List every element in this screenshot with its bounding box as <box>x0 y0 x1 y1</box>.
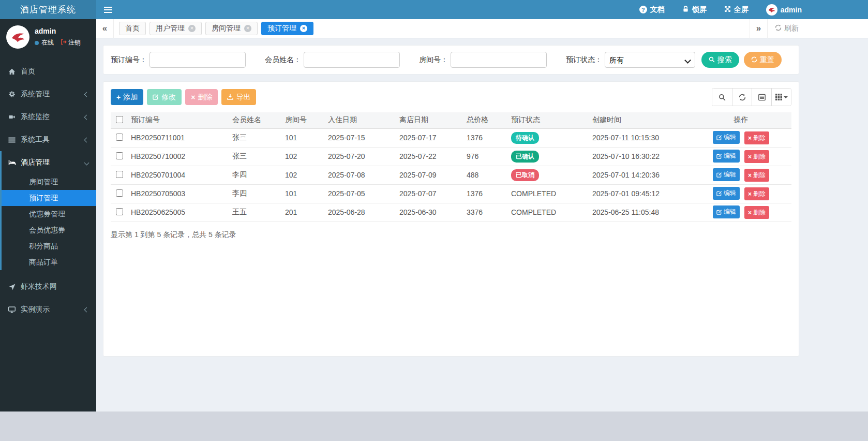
row-checkbox[interactable] <box>116 152 123 159</box>
cell-room: 101 <box>282 128 325 147</box>
row-edit-button[interactable]: 编辑 <box>713 205 740 218</box>
bookings-table: 预订编号 会员姓名 房间号 入住日期 离店日期 总价格 预订状态 创建时间 操作 <box>111 112 791 222</box>
col-checkin: 入住日期 <box>325 112 397 128</box>
row-delete-button[interactable]: ×删除 <box>744 206 769 219</box>
x-icon: × <box>748 190 752 198</box>
sidebar-item-system-tools[interactable]: 系统工具 <box>0 128 96 151</box>
table-search-toggle-button[interactable] <box>712 89 732 106</box>
columns-dropdown-button[interactable] <box>771 89 791 106</box>
row-delete-button[interactable]: ×删除 <box>744 150 769 163</box>
sidebar-item-label: 预订管理 <box>29 194 58 203</box>
row-delete-button[interactable]: ×删除 <box>744 187 769 200</box>
sidebar-item-hotel-admin[interactable]: 酒店管理 <box>2 151 96 174</box>
row-delete-button[interactable]: ×删除 <box>744 131 769 144</box>
cell-booking-no: HB20250711001 <box>128 128 230 147</box>
sidebar-item-points-goods[interactable]: 积分商品 <box>2 238 96 254</box>
sidebar-toggle-button[interactable] <box>96 0 119 19</box>
col-booking-no: 预订编号 <box>128 112 230 128</box>
row-edit-button[interactable]: 编辑 <box>713 187 740 200</box>
row-checkbox[interactable] <box>116 208 123 215</box>
delete-button[interactable]: × 删除 <box>185 89 218 105</box>
sidebar-item-goods-orders[interactable]: 商品订单 <box>2 254 96 270</box>
chevron-left-icon <box>84 137 89 142</box>
x-icon: × <box>748 153 752 160</box>
row-edit-button[interactable]: 编辑 <box>713 131 740 144</box>
navbar-right: ? 文档 锁屏 全屏 admin <box>639 4 868 16</box>
sidebar-item-label: 优惠券管理 <box>29 210 65 219</box>
fullscreen-link[interactable]: 全屏 <box>724 5 749 14</box>
select-all-checkbox[interactable] <box>116 116 123 123</box>
cell-price: 1376 <box>464 184 508 203</box>
row-delete-button[interactable]: ×删除 <box>744 169 769 182</box>
add-button-label: 添加 <box>123 93 138 102</box>
online-status[interactable]: 在线 <box>41 38 54 47</box>
search-button[interactable]: 搜索 <box>701 52 739 68</box>
cell-checkout: 2025-06-30 <box>397 203 464 222</box>
room-no-input[interactable] <box>451 52 547 68</box>
tab-user-admin[interactable]: 用户管理 × <box>149 22 202 35</box>
hotel-bed-icon <box>8 159 16 166</box>
gear-icon <box>8 91 16 98</box>
cell-booking-no: HB20250710002 <box>128 147 230 166</box>
tab-booking-admin[interactable]: 预订管理 × <box>261 22 313 35</box>
cell-checkin: 2025-06-28 <box>325 203 397 222</box>
app-title[interactable]: 酒店管理系统 <box>0 0 96 19</box>
add-button[interactable]: + 添加 <box>111 89 143 105</box>
tab-label: 用户管理 <box>156 24 185 33</box>
user-menu[interactable]: admin <box>766 4 802 16</box>
member-name-input[interactable] <box>304 52 400 68</box>
chevron-left-icon <box>84 307 89 312</box>
sidebar-item-xiami-site[interactable]: 虾米技术网 <box>0 275 96 298</box>
export-button[interactable]: 导出 <box>221 89 256 105</box>
tabs-scroll-right-button[interactable]: » <box>750 19 767 38</box>
tabs-scroll-left-button[interactable]: « <box>96 19 114 38</box>
toggle-view-button[interactable] <box>752 89 771 106</box>
send-icon <box>8 283 16 290</box>
status-badge: 已确认 <box>511 151 539 163</box>
sidebar-item-booking-admin[interactable]: 预订管理 <box>2 190 96 206</box>
chevron-down-icon <box>84 160 89 165</box>
sidebar-item-label: 酒店管理 <box>21 158 50 167</box>
row-checkbox[interactable] <box>116 171 123 178</box>
camera-icon <box>8 113 16 121</box>
sidebar-item-coupon-admin[interactable]: 优惠券管理 <box>2 206 96 222</box>
hotel-submenu: 房间管理 预订管理 优惠券管理 会员优惠券 积分商品 商品订单 <box>2 174 96 270</box>
row-edit-button[interactable]: 编辑 <box>713 150 740 163</box>
sidebar-item-member-coupon[interactable]: 会员优惠券 <box>2 222 96 238</box>
row-delete-label: 删除 <box>753 189 766 198</box>
sidebar-item-home[interactable]: 首页 <box>0 60 96 83</box>
table-refresh-button[interactable] <box>732 89 752 106</box>
booking-no-input[interactable] <box>149 52 246 68</box>
reset-button[interactable]: 重置 <box>744 52 782 68</box>
cell-checkin: 2025-07-20 <box>325 147 397 166</box>
sidebar-item-demo[interactable]: 实例演示 <box>0 298 96 321</box>
sign-out-icon <box>61 39 67 47</box>
row-checkbox[interactable] <box>116 189 123 197</box>
table-row: HB20250705003 李四 101 2025-07-05 2025-07-… <box>111 184 791 203</box>
booking-status-select[interactable]: 所有 <box>605 52 695 68</box>
tab-refresh-button[interactable]: 刷新 <box>767 19 806 38</box>
table-row: HB20250710002 张三 102 2025-07-20 2025-07-… <box>111 147 791 166</box>
docs-link[interactable]: ? 文档 <box>639 5 665 14</box>
tab-close-icon[interactable]: × <box>300 25 307 32</box>
tab-close-icon[interactable]: × <box>244 25 251 32</box>
sidebar-item-system-admin[interactable]: 系统管理 <box>0 83 96 106</box>
row-edit-button[interactable]: 编辑 <box>713 168 740 181</box>
lock-screen-link[interactable]: 锁屏 <box>682 5 707 14</box>
sidebar-user-panel: admin 在线 注销 <box>0 19 96 56</box>
cell-booking-no: HB20250625005 <box>128 203 230 222</box>
row-checkbox[interactable] <box>116 134 123 141</box>
cell-checkout: 2025-07-17 <box>397 128 464 147</box>
cell-created: 2025-06-25 11:05:48 <box>590 203 691 222</box>
sidebar-item-room-admin[interactable]: 房间管理 <box>2 174 96 190</box>
cell-price: 488 <box>464 166 508 184</box>
sidebar-item-system-monitor[interactable]: 系统监控 <box>0 106 96 128</box>
cell-member: 李四 <box>230 166 282 184</box>
lock-label: 锁屏 <box>692 5 707 14</box>
tab-close-icon[interactable]: × <box>188 25 196 32</box>
tab-room-admin[interactable]: 房间管理 × <box>205 22 258 35</box>
tab-home[interactable]: 首页 <box>119 22 146 35</box>
logout-link[interactable]: 注销 <box>61 38 81 47</box>
edit-button[interactable]: 修改 <box>147 89 182 105</box>
x-icon: × <box>748 135 752 142</box>
